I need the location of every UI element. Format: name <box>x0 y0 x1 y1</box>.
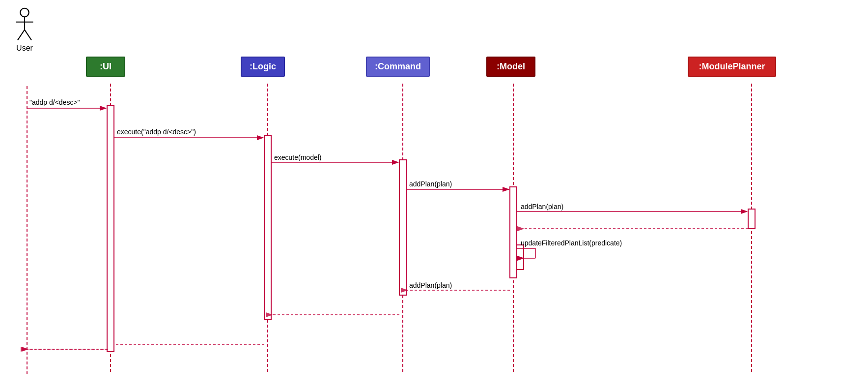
svg-rect-12 <box>399 160 406 295</box>
svg-rect-15 <box>517 245 524 270</box>
msg3-label: execute(model) <box>274 153 322 161</box>
svg-rect-14 <box>748 209 755 229</box>
actor-user: User <box>15 7 34 53</box>
msg7-label: updateFilteredPlanList(predicate) <box>521 239 622 247</box>
msg5-label: addPlan(plan) <box>521 203 563 211</box>
svg-rect-11 <box>264 135 271 320</box>
svg-point-31 <box>20 8 29 17</box>
msg8-label: addPlan(plan) <box>409 281 452 289</box>
msg2-label: execute("addp d/<desc>") <box>117 128 196 136</box>
lifeline-logic: :Logic <box>241 57 285 77</box>
sequence-diagram: User :UI :Logic :Command :Model :ModuleP… <box>0 0 868 392</box>
actor-user-label: User <box>16 44 33 53</box>
msg4-label: addPlan(plan) <box>409 180 452 188</box>
msg1-label: "addp d/<desc>" <box>29 98 80 106</box>
svg-line-35 <box>25 30 31 40</box>
svg-rect-13 <box>510 187 517 278</box>
svg-rect-10 <box>107 106 114 352</box>
lifeline-ui: :UI <box>86 57 125 77</box>
svg-line-34 <box>18 30 25 40</box>
lifeline-command: :Command <box>366 57 430 77</box>
lifeline-moduleplanner: :ModulePlanner <box>688 57 776 77</box>
lifeline-model: :Model <box>486 57 535 77</box>
